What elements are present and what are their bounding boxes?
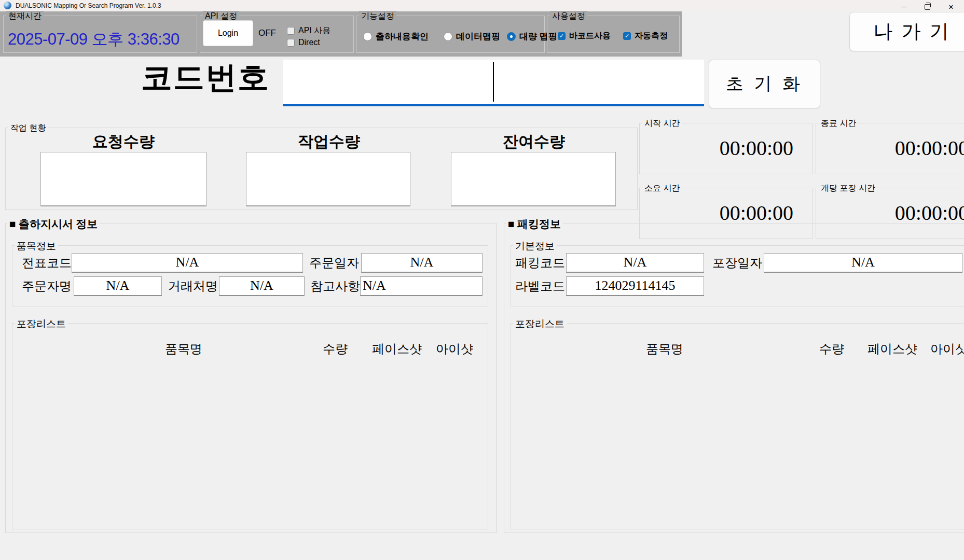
app-icon <box>4 2 11 9</box>
packing-code-field[interactable]: N/A <box>566 253 704 273</box>
orderer-name-label: 주문자명 <box>22 276 71 296</box>
api-status-text: OFF <box>258 28 276 38</box>
packing-info-section-title: ■ 패킹정보 <box>506 217 563 231</box>
checkbox-unchecked-icon <box>287 27 295 35</box>
column-header-item-name: 품목명 <box>623 341 706 357</box>
api-use-checkbox-label: API 사용 <box>298 25 330 36</box>
customer-name-field[interactable]: N/A <box>219 276 305 296</box>
end-time-label: 종료 시간 <box>819 118 858 128</box>
item-info-group-label: 품목정보 <box>15 240 58 253</box>
packing-packing-list-group: 포장리스트 품목명 수량 페이스샷 아이샷 <box>511 323 964 529</box>
radio-data-mapping-label: 데이터맵핑 <box>456 31 500 43</box>
per-unit-packing-time-value: 00:00:00 <box>895 201 964 225</box>
start-time-label: 시작 시간 <box>642 118 682 128</box>
exit-button[interactable]: 나 가 기 <box>849 12 964 51</box>
remaining-qty-label: 잔여수량 <box>451 131 617 152</box>
direct-checkbox[interactable]: Direct <box>287 38 320 47</box>
radio-shipping-check-label: 출하내용확인 <box>376 31 429 43</box>
auto-measure-checkbox[interactable]: ✓ 자동측정 <box>623 31 668 41</box>
direct-checkbox-label: Direct <box>298 38 320 47</box>
current-time-group: 현재시간 2025-07-09 오후 3:36:30 <box>3 16 197 53</box>
barcode-use-checkbox-label: 바코드사용 <box>569 31 611 41</box>
packing-code-label: 패킹코드 <box>515 253 564 273</box>
checkbox-checked-icon: ✓ <box>623 32 631 40</box>
checkbox-unchecked-icon <box>287 39 295 47</box>
title-bar: DUALSONIC Mapping Or Search Program Ver.… <box>0 0 964 11</box>
shipping-info-section: ■ 출하지시서 정보 품목정보 전표코드 N/A 주문일자 N/A 주문자명 N… <box>5 223 497 533</box>
radio-unselected-icon <box>444 32 452 41</box>
barcode-use-checkbox[interactable]: ✓ 바코드사용 <box>558 31 611 41</box>
column-header-face-shot: 페이스샷 <box>861 341 924 357</box>
settings-panel: 현재시간 2025-07-09 오후 3:36:30 API 설정 Login … <box>0 11 682 57</box>
packing-packing-list-label: 포장리스트 <box>513 317 567 331</box>
check-icon: ✓ <box>559 33 564 39</box>
worked-qty-value <box>246 152 410 206</box>
checkbox-checked-icon: ✓ <box>558 32 566 40</box>
window-title: DUALSONIC Mapping Or Search Program Ver.… <box>16 2 161 9</box>
function-settings-group: 기능설정 출하내용확인 데이터맵핑 대량 맵핑 <box>356 16 545 53</box>
radio-unselected-icon <box>363 32 372 41</box>
current-time-value: 2025-07-09 오후 3:36:30 <box>8 29 194 50</box>
column-header-eye-shot: 아이샷 <box>920 341 964 357</box>
code-number-input[interactable] <box>283 60 704 106</box>
order-date-field[interactable]: N/A <box>361 253 483 273</box>
api-settings-group: API 설정 Login OFF API 사용 Direct <box>200 16 354 53</box>
packing-info-section: ■ 패킹정보 기본정보 패킹코드 N/A 포장일자 N/A 라벨코드 12402… <box>504 223 964 533</box>
requested-qty-label: 요청수량 <box>40 131 206 152</box>
text-caret <box>493 62 494 102</box>
basic-info-group-label: 기본정보 <box>513 240 557 253</box>
slip-code-label: 전표코드 <box>22 253 71 273</box>
remaining-qty-value <box>451 152 616 206</box>
column-header-face-shot: 페이스샷 <box>366 341 428 357</box>
elapsed-time-value: 00:00:00 <box>720 201 793 225</box>
minimize-icon <box>901 7 907 8</box>
column-header-item-name: 품목명 <box>142 341 225 357</box>
radio-selected-icon <box>507 32 516 41</box>
usage-settings-group-label: 사용설정 <box>550 11 587 21</box>
orderer-name-field[interactable]: N/A <box>74 276 162 296</box>
reset-button[interactable]: 초 기 화 <box>709 60 820 108</box>
check-icon: ✓ <box>625 33 629 39</box>
column-header-qty: 수량 <box>808 341 855 357</box>
order-date-label: 주문일자 <box>309 253 359 273</box>
basic-info-group: 기본정보 패킹코드 N/A 포장일자 N/A 라벨코드 124029114145 <box>511 245 964 306</box>
close-icon: × <box>948 3 954 11</box>
api-settings-group-label: API 설정 <box>203 11 239 21</box>
current-time-group-label: 현재시간 <box>6 11 44 21</box>
customer-name-label: 거래처명 <box>168 276 217 296</box>
slip-code-field[interactable]: N/A <box>72 253 303 273</box>
per-unit-packing-time-label: 개당 포장 시간 <box>819 183 877 193</box>
end-time-group: 종료 시간 00:00:00 <box>816 123 964 174</box>
packing-date-field[interactable]: N/A <box>764 253 962 273</box>
note-field[interactable]: N/A <box>360 276 483 296</box>
start-time-value: 00:00:00 <box>720 136 793 160</box>
label-code-label: 라벨코드 <box>515 276 564 296</box>
login-button[interactable]: Login <box>203 20 253 46</box>
shipping-packing-list-label: 포장리스트 <box>15 317 68 331</box>
start-time-group: 시작 시간 00:00:00 <box>639 123 812 174</box>
usage-settings-group: 사용설정 ✓ 바코드사용 ✓ 자동측정 <box>547 16 680 53</box>
elapsed-time-label: 소요 시간 <box>642 183 682 193</box>
label-code-field[interactable]: 124029114145 <box>566 276 704 296</box>
app-window: DUALSONIC Mapping Or Search Program Ver.… <box>0 0 964 560</box>
column-header-qty: 수량 <box>312 341 359 357</box>
packing-date-label: 포장일자 <box>712 253 761 273</box>
item-info-group: 품목정보 전표코드 N/A 주문일자 N/A 주문자명 N/A 거래처명 N/A… <box>12 245 488 306</box>
radio-data-mapping[interactable]: 데이터맵핑 <box>444 31 500 43</box>
note-label: 참고사항 <box>310 276 359 296</box>
end-time-value: 00:00:00 <box>895 136 964 160</box>
shipping-info-section-title: ■ 출하지시서 정보 <box>7 217 100 231</box>
function-settings-group-label: 기능설정 <box>359 11 396 21</box>
shipping-packing-list-group: 포장리스트 품목명 수량 페이스샷 아이샷 <box>12 323 488 529</box>
api-use-checkbox[interactable]: API 사용 <box>287 25 330 36</box>
column-header-eye-shot: 아이샷 <box>426 341 483 357</box>
requested-qty-value <box>40 152 206 206</box>
auto-measure-checkbox-label: 자동측정 <box>635 31 668 41</box>
restore-icon <box>925 4 930 10</box>
code-number-label: 코드번호 <box>141 57 270 99</box>
work-status-group: 작업 현황 요청수량 작업수량 잔여수량 <box>5 128 638 210</box>
radio-shipping-check[interactable]: 출하내용확인 <box>363 31 429 43</box>
worked-qty-label: 작업수량 <box>246 131 412 152</box>
